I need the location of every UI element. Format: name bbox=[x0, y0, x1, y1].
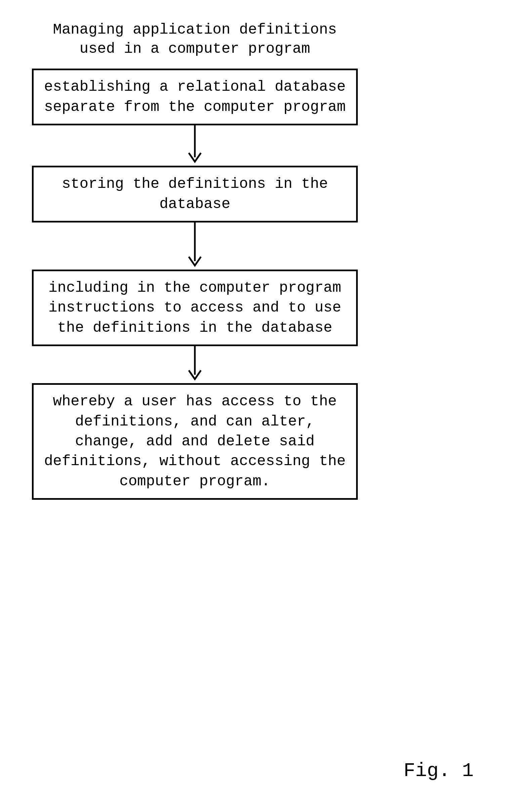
diagram-title: Managing application definitions used in… bbox=[27, 20, 363, 58]
flow-box-4: whereby a user has access to the definit… bbox=[32, 383, 358, 500]
arrow-2 bbox=[27, 223, 363, 269]
flow-box-4-text: whereby a user has access to the definit… bbox=[44, 393, 346, 490]
title-line-1: Managing application definitions bbox=[53, 21, 337, 38]
flow-box-3: including in the computer program instru… bbox=[32, 269, 358, 346]
flow-box-2: storing the definitions in the database bbox=[32, 166, 358, 223]
flow-box-3-text: including in the computer program instru… bbox=[49, 279, 341, 336]
title-line-2: used in a computer program bbox=[80, 40, 310, 57]
down-arrow-icon bbox=[185, 223, 205, 269]
arrow-3 bbox=[27, 346, 363, 383]
down-arrow-icon bbox=[185, 346, 205, 383]
flowchart-container: Managing application definitions used in… bbox=[27, 20, 363, 500]
flow-box-1-text: establishing a relational database separ… bbox=[44, 78, 346, 115]
flow-box-2-text: storing the definitions in the database bbox=[62, 175, 328, 212]
down-arrow-icon bbox=[185, 125, 205, 166]
arrow-1 bbox=[27, 125, 363, 166]
figure-label: Fig. 1 bbox=[403, 760, 474, 782]
flow-box-1: establishing a relational database separ… bbox=[32, 68, 358, 125]
